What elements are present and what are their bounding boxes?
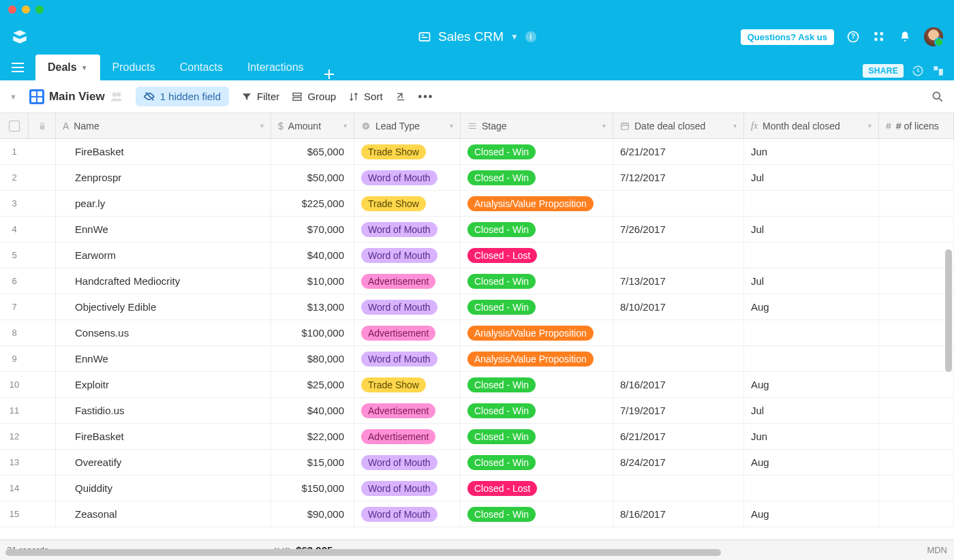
cell-licenses[interactable] (879, 268, 954, 294)
cell-stage[interactable]: Closed - Win (461, 268, 613, 294)
cell-licenses[interactable] (879, 139, 954, 164)
cell-amount[interactable]: $13,000 (271, 294, 354, 320)
cell-lead-type[interactable]: Word of Mouth (354, 450, 461, 475)
cell-amount[interactable]: $15,000 (271, 450, 354, 475)
cell-month-closed[interactable] (744, 476, 879, 501)
cell-lead-type[interactable]: Word of Mouth (354, 476, 461, 501)
cell-month-closed[interactable]: Aug (744, 372, 879, 397)
select-all-checkbox[interactable] (0, 113, 29, 138)
vertical-scrollbar[interactable] (945, 249, 952, 372)
cell-stage[interactable]: Closed - Win (461, 450, 613, 475)
table-row[interactable]: 5Earworm$40,000Word of MouthClosed - Los… (0, 243, 954, 268)
hidden-fields-button[interactable]: 1 hidden field (136, 87, 229, 106)
cell-date-closed[interactable]: 8/16/2017 (613, 501, 744, 527)
cell-name[interactable]: Zenprospr (56, 165, 271, 190)
cell-name[interactable]: FireBasket (56, 139, 271, 164)
zoom-window-icon[interactable] (35, 5, 44, 14)
table-row[interactable]: 10Exploitr$25,000Trade ShowClosed - Win8… (0, 372, 954, 398)
cell-date-closed[interactable]: 8/24/2017 (613, 450, 744, 475)
cell-month-closed[interactable] (744, 320, 879, 345)
tab-products[interactable]: Products (100, 55, 168, 80)
base-info-icon[interactable]: i (525, 31, 536, 42)
row-number[interactable]: 11 (0, 398, 29, 423)
tab-dropdown-icon[interactable]: ▼ (81, 64, 88, 72)
table-row[interactable]: 7Objectively Edible$13,000Word of MouthC… (0, 294, 954, 320)
search-button[interactable] (931, 90, 944, 104)
table-row[interactable]: 8Consens.us$100,000AdvertisementAnalysis… (0, 320, 954, 346)
cell-name[interactable]: Zeasonal (56, 501, 271, 527)
cell-date-closed[interactable] (613, 191, 744, 216)
column-header-amount[interactable]: $Amount▾ (271, 113, 354, 138)
cell-licenses[interactable] (879, 372, 954, 397)
cell-date-closed[interactable] (613, 243, 744, 268)
column-header-date-closed[interactable]: Date deal closed▾ (613, 113, 744, 138)
cell-lead-type[interactable]: Trade Show (354, 372, 461, 397)
cell-date-closed[interactable] (613, 320, 744, 345)
row-number[interactable]: 15 (0, 501, 29, 527)
row-number[interactable]: 9 (0, 346, 29, 371)
cell-lead-type[interactable]: Advertisement (354, 268, 461, 294)
cell-lead-type[interactable]: Word of Mouth (354, 217, 461, 242)
cell-amount[interactable]: $90,000 (271, 501, 354, 527)
cell-name[interactable]: Earworm (56, 243, 271, 268)
row-number[interactable]: 1 (0, 139, 29, 164)
blocks-icon[interactable] (932, 65, 944, 77)
cell-date-closed[interactable]: 7/19/2017 (613, 398, 744, 423)
column-header-month-closed[interactable]: fx Month deal closed▾ (744, 113, 879, 138)
row-number[interactable]: 7 (0, 294, 29, 320)
table-row[interactable]: 15Zeasonal$90,000Word of MouthClosed - W… (0, 501, 954, 527)
cell-name[interactable]: Quiddity (56, 476, 271, 501)
cell-name[interactable]: Overeatify (56, 450, 271, 475)
history-icon[interactable] (912, 65, 924, 77)
row-number[interactable]: 4 (0, 217, 29, 242)
row-number[interactable]: 6 (0, 268, 29, 294)
cell-name[interactable]: Consens.us (56, 320, 271, 345)
help-icon[interactable]: ? (846, 30, 860, 44)
cell-month-closed[interactable]: Jun (744, 139, 879, 164)
cell-lead-type[interactable]: Word of Mouth (354, 346, 461, 371)
cell-stage[interactable]: Analysis/Value Proposition (461, 346, 613, 371)
table-row[interactable]: 3pear.ly$225,000Trade ShowAnalysis/Value… (0, 191, 954, 217)
row-number[interactable]: 14 (0, 476, 29, 501)
cell-stage[interactable]: Closed - Win (461, 424, 613, 449)
cell-date-closed[interactable]: 6/21/2017 (613, 139, 744, 164)
cell-licenses[interactable] (879, 424, 954, 449)
cell-stage[interactable]: Closed - Win (461, 501, 613, 527)
row-number[interactable]: 10 (0, 372, 29, 397)
cell-month-closed[interactable]: Aug (744, 294, 879, 320)
column-header-licenses[interactable]: # # of licens (879, 113, 954, 138)
cell-stage[interactable]: Closed - Lost (461, 476, 613, 501)
cell-date-closed[interactable]: 7/13/2017 (613, 268, 744, 294)
row-number[interactable]: 2 (0, 165, 29, 190)
column-header-name[interactable]: AName▾ (56, 113, 271, 138)
cell-month-closed[interactable]: Aug (744, 501, 879, 527)
cell-amount[interactable]: $150,000 (271, 476, 354, 501)
cell-amount[interactable]: $50,000 (271, 165, 354, 190)
row-number[interactable]: 13 (0, 450, 29, 475)
cell-month-closed[interactable] (744, 191, 879, 216)
filter-button[interactable]: Filter (241, 91, 279, 102)
tab-deals[interactable]: Deals▼ (35, 55, 100, 80)
cell-amount[interactable]: $100,000 (271, 320, 354, 345)
bell-icon[interactable] (898, 30, 912, 44)
cell-name[interactable]: EnnWe (56, 217, 271, 242)
cell-amount[interactable]: $25,000 (271, 372, 354, 397)
close-window-icon[interactable] (8, 5, 16, 14)
tab-contacts[interactable]: Contacts (168, 55, 235, 80)
cell-name[interactable]: EnnWe (56, 346, 271, 371)
cell-name[interactable]: FireBasket (56, 424, 271, 449)
cell-licenses[interactable] (879, 191, 954, 216)
cell-name[interactable]: Handcrafted Mediocrity (56, 268, 271, 294)
column-header-lead-type[interactable]: Lead Type▾ (354, 113, 461, 138)
cell-date-closed[interactable] (613, 346, 744, 371)
cell-stage[interactable]: Analysis/Value Proposition (461, 320, 613, 345)
cell-amount[interactable]: $225,000 (271, 191, 354, 216)
cell-lead-type[interactable]: Advertisement (354, 398, 461, 423)
cell-licenses[interactable] (879, 476, 954, 501)
cell-month-closed[interactable]: Jul (744, 268, 879, 294)
table-row[interactable]: 11Fastidio.us$40,000AdvertisementClosed … (0, 398, 954, 424)
user-avatar[interactable] (924, 27, 943, 46)
cell-lead-type[interactable]: Word of Mouth (354, 501, 461, 527)
row-number[interactable]: 3 (0, 191, 29, 216)
cell-date-closed[interactable] (613, 476, 744, 501)
